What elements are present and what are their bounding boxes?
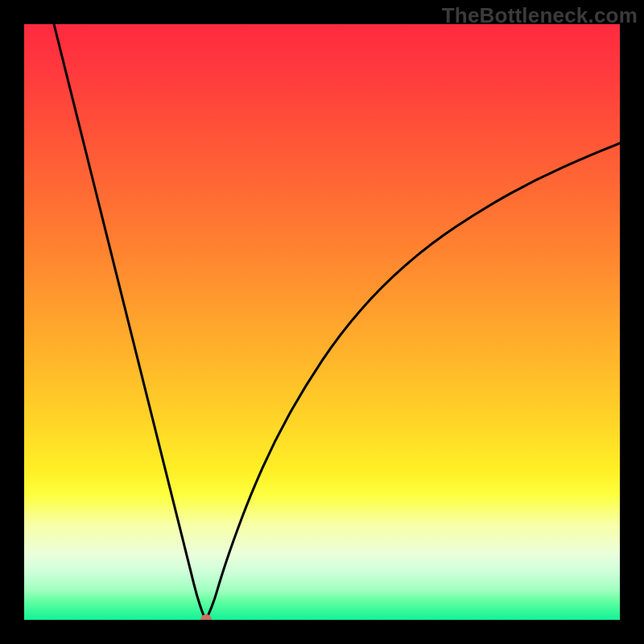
chart-frame: TheBottleneck.com <box>0 0 644 644</box>
bottleneck-curve <box>24 24 620 620</box>
watermark-text: TheBottleneck.com <box>442 3 638 28</box>
minimum-point-marker <box>200 614 212 620</box>
plot-area <box>24 24 620 620</box>
